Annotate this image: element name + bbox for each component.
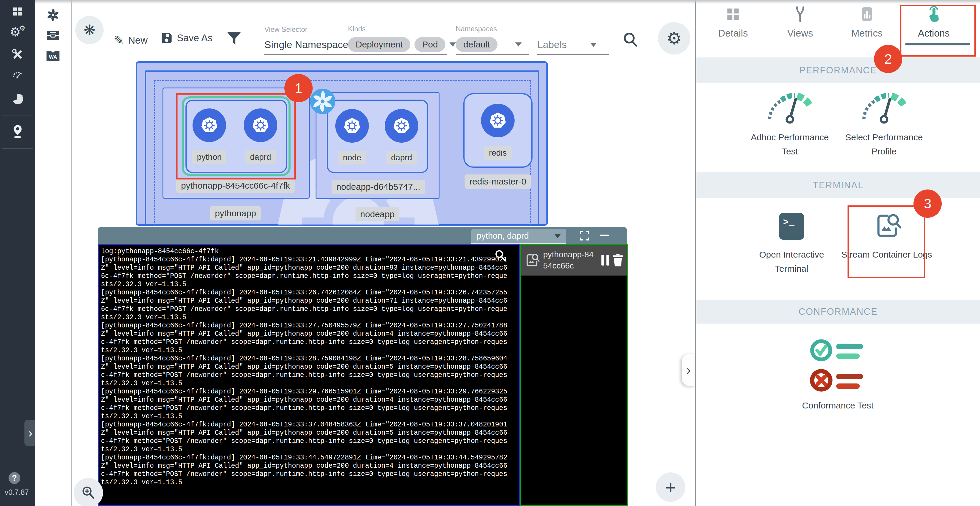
filter-funnel-icon[interactable] [227, 31, 242, 46]
log-title: log:pythonapp-8454cc66c-4f7fk [101, 247, 507, 255]
action-item-label[interactable]: Select Performance Profile [837, 130, 931, 158]
primary-sidebar: ⚙ ⚙ › ? v0.7.87 [0, 0, 35, 506]
action-item-label[interactable]: Adhoc Performance Test [743, 130, 837, 158]
conformance-test-button[interactable] [808, 337, 867, 396]
namespaces-underline [456, 54, 529, 55]
sidebar-expand-button[interactable]: › [24, 420, 36, 446]
pie-chart-icon[interactable] [0, 93, 35, 104]
pod-label: redis-master-0 [465, 174, 531, 188]
container-selector-dropdown[interactable]: python, daprd [471, 229, 566, 244]
save-as-button[interactable]: Save As [161, 32, 213, 44]
container-redis[interactable] [481, 104, 515, 137]
pod-label: nodeapp-d64b5747... [331, 180, 425, 194]
section-header-performance: PERFORMANCE [696, 57, 980, 83]
gauge-icon[interactable] [0, 71, 35, 78]
log-entry: [pythonapp-8454cc66c-4f7fk:daprd] 2024-0… [101, 421, 507, 453]
deployment-label: nodeapp [356, 207, 399, 221]
inbox-tray-icon[interactable] [35, 29, 71, 41]
kinds-dropdown[interactable]: Deployment Pod [348, 37, 456, 52]
kinds-label: Kinds [348, 25, 366, 33]
fullscreen-button[interactable] [579, 230, 590, 241]
tab-views[interactable]: Views [768, 5, 832, 39]
labels-value: Labels [537, 39, 567, 50]
sidebar-divider [2, 115, 33, 116]
container-label: redis [484, 146, 512, 160]
new-button[interactable]: ✎ New [114, 33, 148, 48]
stream-logs-icon [524, 252, 539, 268]
kubernetes-icon [392, 116, 411, 136]
streaming-pod-item[interactable]: pythonapp-8454cc66c [521, 245, 627, 276]
dapr-logo-icon[interactable] [35, 8, 71, 22]
container-daprd[interactable] [385, 109, 418, 143]
gear-icon: ⚙ [667, 28, 682, 48]
annotation-badge-2: 2 [874, 45, 902, 73]
namespaces-dropdown[interactable]: default [456, 37, 522, 52]
annotation-badge-3: 3 [913, 190, 942, 218]
select-performance-profile-button[interactable] [858, 88, 910, 124]
tab-label: Details [701, 28, 765, 39]
views-branch-icon [768, 5, 832, 24]
kubernetes-icon [488, 111, 508, 130]
sidebar-divider [2, 148, 33, 149]
log-output[interactable]: log:pythonapp-8454cc66c-4f7fk [pythonapp… [98, 244, 520, 506]
app-root: ⚙ ⚙ › ? v0.7.87 WA › [0, 0, 980, 506]
view-selector-value: Single Namespace [264, 39, 348, 50]
gauge-icon [858, 88, 910, 124]
chevron-down-icon [515, 42, 522, 46]
pencil-icon: ✎ [114, 33, 124, 48]
view-selector-dropdown[interactable]: Single Namespace [264, 39, 360, 50]
location-pin-icon[interactable] [0, 124, 35, 139]
details-grid-icon [701, 5, 765, 24]
kind-chip[interactable]: Deployment [348, 37, 410, 52]
save-icon [161, 32, 173, 44]
add-button[interactable]: + [656, 472, 685, 502]
container-label: daprd [386, 151, 417, 164]
dashboard-icon[interactable] [0, 6, 35, 16]
log-entry: [pythonapp-8454cc66c-4f7fk:daprd] 2024-0… [101, 289, 507, 321]
settings-gears-icon[interactable]: ⚙ ⚙ [0, 26, 35, 38]
kinds-underline [348, 54, 447, 55]
save-as-label: Save As [177, 32, 213, 44]
pause-stream-button[interactable] [601, 255, 609, 265]
help-button[interactable]: ? [8, 472, 20, 484]
labels-dropdown[interactable]: Labels [537, 39, 597, 50]
wa-text: WA [49, 54, 57, 60]
conformance-checklist-icon [808, 337, 867, 396]
tab-label: Views [768, 28, 832, 39]
adhoc-performance-test-button[interactable] [763, 88, 816, 124]
minimize-button[interactable] [600, 235, 609, 236]
namespace-chip[interactable]: default [456, 37, 498, 52]
snowflake-menu-button[interactable]: ❋ [75, 16, 103, 44]
tools-icon[interactable] [0, 49, 35, 60]
annotation-badge-1: 1 [284, 74, 313, 102]
tab-metrics[interactable]: Metrics [835, 5, 899, 39]
secondary-sidebar: WA › [35, 0, 72, 506]
fullscreen-icon [579, 230, 590, 241]
deployment-label: pythonapp [210, 206, 261, 220]
action-item-label[interactable]: Conformance Test [791, 398, 885, 413]
log-entry: [pythonapp-8454cc66c-4f7fk:daprd] 2024-0… [101, 255, 507, 289]
tab-details[interactable]: Details [701, 5, 765, 39]
action-item-label[interactable]: Open Interactive Terminal [745, 247, 839, 276]
streaming-pod-name: pythonapp-8454cc66c [543, 249, 598, 271]
settings-button[interactable]: ⚙ [658, 22, 690, 54]
annotation-rect-step1 [176, 93, 296, 179]
open-interactive-terminal-button[interactable]: >_ [779, 213, 804, 240]
delete-stream-button[interactable] [612, 254, 623, 267]
container-label: node [338, 151, 366, 164]
version-label: v0.7.87 [5, 488, 29, 496]
zoom-in-button[interactable] [73, 478, 103, 506]
section-header-conformance: CONFORMANCE [696, 300, 980, 324]
search-button[interactable] [623, 32, 638, 47]
kind-chip[interactable]: Pod [415, 37, 445, 52]
metrics-chart-icon [835, 5, 899, 24]
wa-badge-icon[interactable]: WA [35, 49, 71, 62]
container-node[interactable] [335, 109, 369, 143]
log-entry: [pythonapp-8454cc66c-4f7fk:daprd] 2024-0… [101, 321, 507, 354]
log-entry: [pythonapp-8454cc66c-4f7fk:daprd] 2024-0… [101, 388, 507, 421]
kubernetes-icon [342, 116, 362, 136]
pod-label: pythonapp-8454cc66c-4f7fk [177, 179, 295, 193]
panel-collapse-button[interactable]: › [682, 354, 695, 386]
view-selector-label: View Selector [264, 26, 307, 34]
tab-label: Metrics [835, 28, 899, 39]
